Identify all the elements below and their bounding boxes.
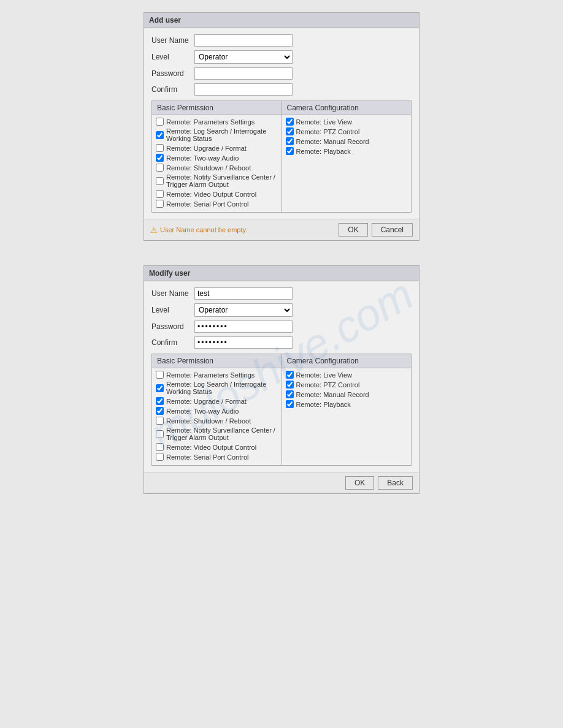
warning-icon: ⚠ xyxy=(150,226,158,235)
modify-basic-permission-list: Remote: Parameters Settings Remote: Log … xyxy=(152,368,282,465)
modify-user-back-button[interactable]: Back xyxy=(378,476,413,490)
modify-user-title: Modify user xyxy=(144,266,419,281)
perm-video-output-checkbox[interactable] xyxy=(156,190,164,198)
camera-config-header: Camera Configuration xyxy=(282,101,412,115)
modify-password-label: Password xyxy=(151,322,194,331)
add-user-ok-button[interactable]: OK xyxy=(339,223,367,237)
list-item: Remote: Log Search / Interrogate Working… xyxy=(156,127,278,142)
list-item: Remote: Two-way Audio xyxy=(156,407,278,415)
modify-perm-serial-port-checkbox[interactable] xyxy=(156,453,164,461)
password-row: Password xyxy=(151,67,412,80)
perm-live-view-checkbox[interactable] xyxy=(286,118,294,126)
modify-perm-manual-record-label: Remote: Manual Record xyxy=(296,391,369,398)
modify-user-password-input[interactable] xyxy=(194,320,293,333)
modify-password-row: Password xyxy=(151,320,412,333)
modify-confirm-label: Confirm xyxy=(151,338,194,347)
list-item: Remote: Live View xyxy=(286,118,408,126)
list-item: Remote: Parameters Settings xyxy=(156,118,278,126)
list-item: Remote: Notify Surveillance Center / Tri… xyxy=(156,173,278,188)
list-item: Remote: Log Search / Interrogate Working… xyxy=(156,381,278,395)
modify-user-ok-button[interactable]: OK xyxy=(345,476,374,490)
basic-permission-header: Basic Permission xyxy=(152,101,282,115)
modify-perm-shutdown-label: Remote: Shutdown / Reboot xyxy=(166,417,251,425)
list-item: Remote: Shutdown / Reboot xyxy=(156,164,278,172)
perm-live-view-label: Remote: Live View xyxy=(296,118,353,126)
confirm-label: Confirm xyxy=(151,85,194,94)
modify-level-row: Level Operator Administrator Guest xyxy=(151,303,412,317)
list-item: Remote: Parameters Settings xyxy=(156,371,278,379)
modify-perm-notify-label: Remote: Notify Surveillance Center / Tri… xyxy=(166,427,278,441)
username-label: User Name xyxy=(151,36,194,45)
camera-config-section: Camera Configuration Remote: Live View R… xyxy=(282,101,412,212)
modify-perm-video-output-label: Remote: Video Output Control xyxy=(166,444,256,451)
modify-camera-config-list: Remote: Live View Remote: PTZ Control Re… xyxy=(282,368,412,412)
camera-config-list: Remote: Live View Remote: PTZ Control Re… xyxy=(282,115,412,159)
modify-user-dialog: Modify user User Name Level Operator Adm… xyxy=(144,265,419,494)
add-user-cancel-button[interactable]: Cancel xyxy=(372,223,413,237)
perm-serial-port-checkbox[interactable] xyxy=(156,200,164,208)
perm-upgrade-checkbox[interactable] xyxy=(156,144,164,152)
list-item: Remote: PTZ Control xyxy=(286,381,408,389)
perm-serial-port-label: Remote: Serial Port Control xyxy=(166,200,249,208)
list-item: Remote: Upgrade / Format xyxy=(156,144,278,152)
modify-user-confirm-input[interactable] xyxy=(194,336,293,349)
perm-log-search-checkbox[interactable] xyxy=(156,131,164,139)
basic-permission-section: Basic Permission Remote: Parameters Sett… xyxy=(152,101,282,212)
username-row: User Name xyxy=(151,34,412,47)
list-item: Remote: Serial Port Control xyxy=(156,453,278,461)
perm-ptz-control-label: Remote: PTZ Control xyxy=(296,128,360,135)
perm-params-settings-label: Remote: Parameters Settings xyxy=(166,118,255,126)
perm-twoway-checkbox[interactable] xyxy=(156,154,164,162)
perm-manual-record-checkbox[interactable] xyxy=(286,137,294,145)
list-item: Remote: Serial Port Control xyxy=(156,200,278,208)
add-user-confirm-input[interactable] xyxy=(194,83,293,96)
list-item: Remote: Two-way Audio xyxy=(156,154,278,162)
modify-perm-playback-checkbox[interactable] xyxy=(286,400,294,408)
list-item: Remote: Playback xyxy=(286,147,408,155)
list-item: Remote: Video Output Control xyxy=(156,190,278,198)
perm-notify-checkbox[interactable] xyxy=(156,177,164,185)
add-user-username-input[interactable] xyxy=(194,34,293,47)
add-user-footer: ⚠ User Name cannot be empty. OK Cancel xyxy=(144,219,419,240)
perm-playback-checkbox[interactable] xyxy=(286,147,294,155)
list-item: Remote: Video Output Control xyxy=(156,443,278,451)
modify-camera-config-section: Camera Configuration Remote: Live View R… xyxy=(282,354,412,465)
perm-video-output-label: Remote: Video Output Control xyxy=(166,191,256,198)
perm-manual-record-label: Remote: Manual Record xyxy=(296,138,369,145)
perm-upgrade-label: Remote: Upgrade / Format xyxy=(166,145,247,152)
confirm-row: Confirm xyxy=(151,83,412,96)
perm-log-search-label: Remote: Log Search / Interrogate Working… xyxy=(166,127,278,142)
perm-params-settings-checkbox[interactable] xyxy=(156,118,164,126)
basic-permission-list: Remote: Parameters Settings Remote: Log … xyxy=(152,115,282,212)
modify-perm-manual-record-checkbox[interactable] xyxy=(286,390,294,398)
password-label: Password xyxy=(151,69,194,78)
modify-perm-log-search-checkbox[interactable] xyxy=(156,384,164,392)
modify-basic-permission-header: Basic Permission xyxy=(152,354,282,368)
list-item: Remote: PTZ Control xyxy=(286,127,408,135)
list-item: Remote: Playback xyxy=(286,400,408,408)
modify-perm-params-settings-label: Remote: Parameters Settings xyxy=(166,371,255,379)
modify-user-level-select[interactable]: Operator Administrator Guest xyxy=(194,303,293,317)
modify-perm-params-settings-checkbox[interactable] xyxy=(156,371,164,379)
modify-perm-twoway-checkbox[interactable] xyxy=(156,407,164,415)
add-user-permissions: Basic Permission Remote: Parameters Sett… xyxy=(151,100,412,213)
modify-user-username-input[interactable] xyxy=(194,287,293,300)
modify-perm-shutdown-checkbox[interactable] xyxy=(156,417,164,425)
level-label: Level xyxy=(151,53,194,61)
add-user-level-select[interactable]: Operator Administrator Guest xyxy=(194,50,293,64)
add-user-title: Add user xyxy=(144,13,419,28)
add-user-password-input[interactable] xyxy=(194,67,293,80)
list-item: Remote: Manual Record xyxy=(286,137,408,145)
list-item: Remote: Live View xyxy=(286,371,408,379)
perm-playback-label: Remote: Playback xyxy=(296,148,351,155)
modify-perm-notify-checkbox[interactable] xyxy=(156,430,164,438)
perm-notify-label: Remote: Notify Surveillance Center / Tri… xyxy=(166,173,278,188)
list-item: Remote: Manual Record xyxy=(286,390,408,398)
modify-perm-video-output-checkbox[interactable] xyxy=(156,443,164,451)
modify-perm-live-view-checkbox[interactable] xyxy=(286,371,294,379)
modify-user-permissions: Basic Permission Remote: Parameters Sett… xyxy=(151,354,412,466)
perm-ptz-control-checkbox[interactable] xyxy=(286,127,294,135)
modify-perm-ptz-control-checkbox[interactable] xyxy=(286,381,294,389)
modify-perm-upgrade-checkbox[interactable] xyxy=(156,397,164,405)
perm-shutdown-checkbox[interactable] xyxy=(156,164,164,172)
